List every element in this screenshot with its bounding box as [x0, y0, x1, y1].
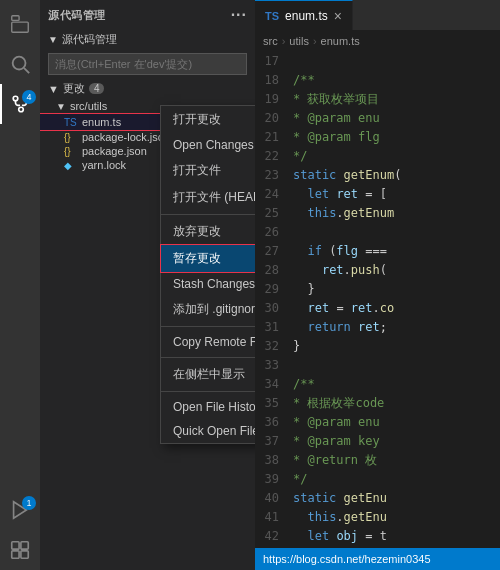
menu-sep-2	[161, 326, 255, 327]
svg-rect-1	[12, 22, 29, 32]
tab-enum-ts[interactable]: TS enum.ts ×	[255, 0, 353, 30]
commit-message-input[interactable]	[49, 54, 246, 74]
menu-label-stash-en: Stash Changes	[173, 277, 255, 291]
file-name-enum: enum.ts	[82, 116, 121, 128]
src-utils-arrow-icon: ▼	[56, 101, 66, 112]
menu-open-changes-en[interactable]: Open Changes ▶	[161, 133, 255, 157]
menu-quick-open-history[interactable]: Quick Open File History	[161, 419, 255, 443]
sidebar-title: 源代码管理	[48, 8, 106, 23]
status-bar: https://blog.csdn.net/hezemin0345	[255, 548, 500, 570]
code-line: this.getEnum	[293, 204, 492, 223]
code-line: /**	[293, 375, 492, 394]
code-line: static getEnum(	[293, 166, 492, 185]
breadcrumb-utils: utils	[289, 35, 309, 47]
breadcrumb-sep-2: ›	[313, 35, 317, 47]
code-line: * @param enu	[293, 109, 492, 128]
svg-line-3	[24, 68, 29, 73]
file-name-yarn: yarn.lock	[82, 159, 126, 171]
sidebar-item-explorer[interactable]	[0, 4, 40, 44]
yarn-file-icon: ◆	[64, 160, 78, 171]
breadcrumb-file: enum.ts	[321, 35, 360, 47]
sidebar-panel: 源代码管理 ··· ▼ 源代码管理 ▼ 更改 4 ▼ src/utils TS	[40, 0, 255, 570]
changes-arrow-icon: ▼	[48, 83, 59, 95]
breadcrumb: src › utils › enum.ts	[255, 30, 500, 52]
menu-label-copy-remote: Copy Remote File Url	[173, 335, 255, 349]
menu-open-file-head[interactable]: 打开文件 (HEAD)	[161, 184, 255, 211]
activity-bar: 4 1	[0, 0, 40, 570]
code-line: */	[293, 470, 492, 489]
menu-discard-changes[interactable]: 放弃更改	[161, 218, 255, 245]
code-line	[293, 356, 492, 375]
code-line: let obj = t	[293, 527, 492, 546]
menu-label-stash-zh: 暂存更改	[173, 250, 221, 267]
svg-point-4	[13, 96, 18, 101]
changes-count-badge: 4	[89, 83, 105, 94]
menu-label-add-gitignore: 添加到 .gitignore	[173, 301, 255, 318]
tab-close-button[interactable]: ×	[334, 8, 342, 24]
sidebar-item-scm[interactable]: 4	[0, 84, 40, 124]
code-line: return ret;	[293, 318, 492, 337]
menu-open-changes-zh[interactable]: 打开更改	[161, 106, 255, 133]
svg-rect-8	[12, 542, 19, 549]
file-name-package-json: package.json	[82, 145, 147, 157]
code-line: /**	[293, 71, 492, 90]
scm-section-label: 源代码管理	[62, 32, 117, 47]
json-file-icon-lock: {}	[64, 132, 78, 143]
code-line: * @return 枚	[293, 451, 492, 470]
sidebar-title-bar: 源代码管理 ···	[40, 0, 255, 30]
menu-open-file-history[interactable]: Open File History	[161, 395, 255, 419]
menu-label-open-file: 打开文件	[173, 162, 221, 179]
menu-copy-remote-url[interactable]: Copy Remote File Url	[161, 330, 255, 354]
code-line: * 根据枚举code	[293, 394, 492, 413]
code-line: ret = ret.co	[293, 299, 492, 318]
sidebar-item-extensions[interactable]	[0, 530, 40, 570]
menu-label-discard: 放弃更改	[173, 223, 221, 240]
menu-sep-1	[161, 214, 255, 215]
changes-label: 更改	[63, 81, 85, 96]
menu-stash-changes-en[interactable]: Stash Changes	[161, 272, 255, 296]
menu-sep-4	[161, 391, 255, 392]
menu-sep-3	[161, 357, 255, 358]
menu-label-open-changes-zh: 打开更改	[173, 111, 221, 128]
editor-area: TS enum.ts × src › utils › enum.ts 17 18…	[255, 0, 500, 570]
main-area: 源代码管理 ··· ▼ 源代码管理 ▼ 更改 4 ▼ src/utils TS	[40, 0, 500, 570]
line-numbers: 17 18 19 20 21 22 23 24 25 26 27 28 29 3…	[255, 52, 285, 548]
commit-input-container	[48, 53, 247, 75]
scm-section-header[interactable]: ▼ 源代码管理	[40, 30, 255, 49]
svg-rect-10	[12, 551, 19, 558]
tab-label-enum: enum.ts	[285, 9, 328, 23]
menu-show-in-sidebar[interactable]: 在侧栏中显示	[161, 361, 255, 388]
sidebar-item-debug[interactable]: 1	[0, 490, 40, 530]
menu-label-open-changes-en: Open Changes	[173, 138, 254, 152]
code-editor[interactable]: /** * 获取枚举项目 * @param enu * @param flg *…	[285, 52, 500, 548]
scm-badge: 4	[22, 90, 36, 104]
menu-add-gitignore[interactable]: 添加到 .gitignore	[161, 296, 255, 323]
editor-content: 17 18 19 20 21 22 23 24 25 26 27 28 29 3…	[255, 52, 500, 548]
changes-section-header[interactable]: ▼ 更改 4	[40, 79, 255, 98]
src-utils-label: src/utils	[70, 100, 107, 112]
svg-rect-0	[12, 16, 19, 21]
code-line: }	[293, 337, 492, 356]
code-line: * @param enu	[293, 413, 492, 432]
svg-rect-9	[21, 542, 28, 549]
code-line: * @param key	[293, 432, 492, 451]
svg-point-6	[19, 107, 24, 112]
breadcrumb-sep-1: ›	[282, 35, 286, 47]
breadcrumb-src: src	[263, 35, 278, 47]
svg-point-2	[13, 57, 26, 70]
menu-open-file[interactable]: 打开文件	[161, 157, 255, 184]
code-line: let ret = [	[293, 185, 492, 204]
context-menu: 打开更改 Open Changes ▶ 打开文件 打开文件 (HEAD) 放弃更…	[160, 105, 255, 444]
sidebar-item-search[interactable]	[0, 44, 40, 84]
editor-tabs: TS enum.ts ×	[255, 0, 500, 30]
menu-label-file-history: Open File History	[173, 400, 255, 414]
menu-label-show-sidebar: 在侧栏中显示	[173, 366, 245, 383]
debug-badge: 1	[22, 496, 36, 510]
menu-stash-changes-zh[interactable]: 暂存更改	[161, 245, 255, 272]
code-line: }	[293, 280, 492, 299]
ts-file-icon: TS	[64, 117, 78, 128]
code-line: */	[293, 147, 492, 166]
sidebar-dots-menu[interactable]: ···	[231, 6, 247, 24]
menu-label-open-file-head: 打开文件 (HEAD)	[173, 189, 255, 206]
svg-rect-11	[21, 551, 28, 558]
